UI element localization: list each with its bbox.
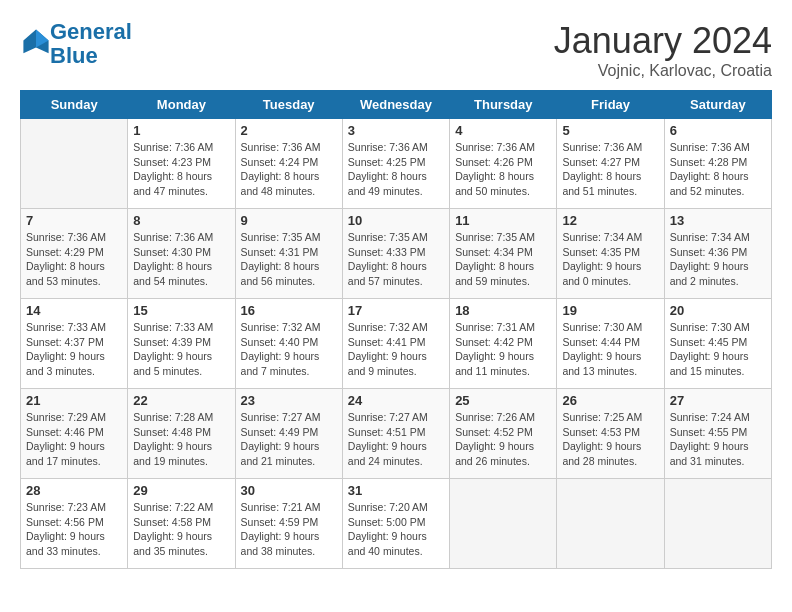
sunrise-label: Sunrise: 7:30 AM	[670, 321, 750, 333]
sunset-label: Sunset: 4:44 PM	[562, 336, 640, 348]
sunrise-label: Sunrise: 7:29 AM	[26, 411, 106, 423]
sunrise-label: Sunrise: 7:33 AM	[133, 321, 213, 333]
sunset-label: Sunset: 4:40 PM	[241, 336, 319, 348]
sunset-label: Sunset: 4:42 PM	[455, 336, 533, 348]
day-number: 14	[26, 303, 122, 318]
daylight-label: Daylight: 8 hours and 56 minutes.	[241, 260, 320, 287]
daylight-label: Daylight: 9 hours and 17 minutes.	[26, 440, 105, 467]
calendar-cell: 2 Sunrise: 7:36 AM Sunset: 4:24 PM Dayli…	[235, 119, 342, 209]
day-info: Sunrise: 7:35 AM Sunset: 4:34 PM Dayligh…	[455, 230, 551, 289]
daylight-label: Daylight: 8 hours and 49 minutes.	[348, 170, 427, 197]
daylight-label: Daylight: 9 hours and 33 minutes.	[26, 530, 105, 557]
calendar-cell: 9 Sunrise: 7:35 AM Sunset: 4:31 PM Dayli…	[235, 209, 342, 299]
calendar-cell: 22 Sunrise: 7:28 AM Sunset: 4:48 PM Dayl…	[128, 389, 235, 479]
calendar-cell: 15 Sunrise: 7:33 AM Sunset: 4:39 PM Dayl…	[128, 299, 235, 389]
day-info: Sunrise: 7:30 AM Sunset: 4:45 PM Dayligh…	[670, 320, 766, 379]
sunrise-label: Sunrise: 7:36 AM	[133, 231, 213, 243]
day-info: Sunrise: 7:36 AM Sunset: 4:28 PM Dayligh…	[670, 140, 766, 199]
day-number: 10	[348, 213, 444, 228]
daylight-label: Daylight: 8 hours and 57 minutes.	[348, 260, 427, 287]
calendar-week-5: 28 Sunrise: 7:23 AM Sunset: 4:56 PM Dayl…	[21, 479, 772, 569]
sunset-label: Sunset: 4:51 PM	[348, 426, 426, 438]
calendar-cell: 27 Sunrise: 7:24 AM Sunset: 4:55 PM Dayl…	[664, 389, 771, 479]
day-info: Sunrise: 7:36 AM Sunset: 4:29 PM Dayligh…	[26, 230, 122, 289]
day-number: 15	[133, 303, 229, 318]
sunset-label: Sunset: 4:39 PM	[133, 336, 211, 348]
calendar-cell: 7 Sunrise: 7:36 AM Sunset: 4:29 PM Dayli…	[21, 209, 128, 299]
daylight-label: Daylight: 9 hours and 35 minutes.	[133, 530, 212, 557]
sunset-label: Sunset: 4:26 PM	[455, 156, 533, 168]
sunrise-label: Sunrise: 7:30 AM	[562, 321, 642, 333]
sunset-label: Sunset: 4:41 PM	[348, 336, 426, 348]
sunset-label: Sunset: 4:56 PM	[26, 516, 104, 528]
day-number: 7	[26, 213, 122, 228]
calendar-cell: 24 Sunrise: 7:27 AM Sunset: 4:51 PM Dayl…	[342, 389, 449, 479]
sunset-label: Sunset: 4:37 PM	[26, 336, 104, 348]
calendar-cell: 21 Sunrise: 7:29 AM Sunset: 4:46 PM Dayl…	[21, 389, 128, 479]
calendar-cell: 25 Sunrise: 7:26 AM Sunset: 4:52 PM Dayl…	[450, 389, 557, 479]
day-info: Sunrise: 7:26 AM Sunset: 4:52 PM Dayligh…	[455, 410, 551, 469]
sunset-label: Sunset: 4:49 PM	[241, 426, 319, 438]
calendar-cell: 11 Sunrise: 7:35 AM Sunset: 4:34 PM Dayl…	[450, 209, 557, 299]
day-info: Sunrise: 7:34 AM Sunset: 4:36 PM Dayligh…	[670, 230, 766, 289]
day-info: Sunrise: 7:23 AM Sunset: 4:56 PM Dayligh…	[26, 500, 122, 559]
calendar-week-2: 7 Sunrise: 7:36 AM Sunset: 4:29 PM Dayli…	[21, 209, 772, 299]
sunrise-label: Sunrise: 7:24 AM	[670, 411, 750, 423]
day-number: 13	[670, 213, 766, 228]
daylight-label: Daylight: 9 hours and 24 minutes.	[348, 440, 427, 467]
sunrise-label: Sunrise: 7:35 AM	[455, 231, 535, 243]
day-number: 11	[455, 213, 551, 228]
sunset-label: Sunset: 4:35 PM	[562, 246, 640, 258]
day-number: 1	[133, 123, 229, 138]
day-info: Sunrise: 7:36 AM Sunset: 4:23 PM Dayligh…	[133, 140, 229, 199]
day-info: Sunrise: 7:35 AM Sunset: 4:33 PM Dayligh…	[348, 230, 444, 289]
day-number: 26	[562, 393, 658, 408]
sunrise-label: Sunrise: 7:25 AM	[562, 411, 642, 423]
day-header-monday: Monday	[128, 91, 235, 119]
sunrise-label: Sunrise: 7:35 AM	[241, 231, 321, 243]
calendar-week-4: 21 Sunrise: 7:29 AM Sunset: 4:46 PM Dayl…	[21, 389, 772, 479]
day-info: Sunrise: 7:25 AM Sunset: 4:53 PM Dayligh…	[562, 410, 658, 469]
calendar-week-1: 1 Sunrise: 7:36 AM Sunset: 4:23 PM Dayli…	[21, 119, 772, 209]
sunrise-label: Sunrise: 7:32 AM	[348, 321, 428, 333]
daylight-label: Daylight: 8 hours and 53 minutes.	[26, 260, 105, 287]
day-number: 30	[241, 483, 337, 498]
calendar-cell: 30 Sunrise: 7:21 AM Sunset: 4:59 PM Dayl…	[235, 479, 342, 569]
sunrise-label: Sunrise: 7:36 AM	[241, 141, 321, 153]
day-number: 24	[348, 393, 444, 408]
sunset-label: Sunset: 4:30 PM	[133, 246, 211, 258]
day-header-tuesday: Tuesday	[235, 91, 342, 119]
day-number: 6	[670, 123, 766, 138]
daylight-label: Daylight: 9 hours and 11 minutes.	[455, 350, 534, 377]
daylight-label: Daylight: 9 hours and 21 minutes.	[241, 440, 320, 467]
day-number: 3	[348, 123, 444, 138]
calendar-cell: 20 Sunrise: 7:30 AM Sunset: 4:45 PM Dayl…	[664, 299, 771, 389]
day-number: 18	[455, 303, 551, 318]
daylight-label: Daylight: 8 hours and 59 minutes.	[455, 260, 534, 287]
calendar-cell: 4 Sunrise: 7:36 AM Sunset: 4:26 PM Dayli…	[450, 119, 557, 209]
day-info: Sunrise: 7:22 AM Sunset: 4:58 PM Dayligh…	[133, 500, 229, 559]
day-info: Sunrise: 7:33 AM Sunset: 4:39 PM Dayligh…	[133, 320, 229, 379]
day-number: 22	[133, 393, 229, 408]
calendar-cell: 16 Sunrise: 7:32 AM Sunset: 4:40 PM Dayl…	[235, 299, 342, 389]
sunset-label: Sunset: 4:55 PM	[670, 426, 748, 438]
sunrise-label: Sunrise: 7:22 AM	[133, 501, 213, 513]
sunset-label: Sunset: 4:34 PM	[455, 246, 533, 258]
daylight-label: Daylight: 9 hours and 26 minutes.	[455, 440, 534, 467]
sunrise-label: Sunrise: 7:27 AM	[348, 411, 428, 423]
calendar-cell	[21, 119, 128, 209]
sunset-label: Sunset: 4:33 PM	[348, 246, 426, 258]
sunrise-label: Sunrise: 7:36 AM	[26, 231, 106, 243]
calendar-cell: 10 Sunrise: 7:35 AM Sunset: 4:33 PM Dayl…	[342, 209, 449, 299]
daylight-label: Daylight: 9 hours and 13 minutes.	[562, 350, 641, 377]
day-number: 23	[241, 393, 337, 408]
daylight-label: Daylight: 9 hours and 7 minutes.	[241, 350, 320, 377]
daylight-label: Daylight: 8 hours and 48 minutes.	[241, 170, 320, 197]
day-number: 4	[455, 123, 551, 138]
logo: General Blue	[20, 20, 132, 68]
day-number: 12	[562, 213, 658, 228]
sunset-label: Sunset: 4:58 PM	[133, 516, 211, 528]
daylight-label: Daylight: 8 hours and 50 minutes.	[455, 170, 534, 197]
daylight-label: Daylight: 9 hours and 5 minutes.	[133, 350, 212, 377]
calendar-cell: 28 Sunrise: 7:23 AM Sunset: 4:56 PM Dayl…	[21, 479, 128, 569]
